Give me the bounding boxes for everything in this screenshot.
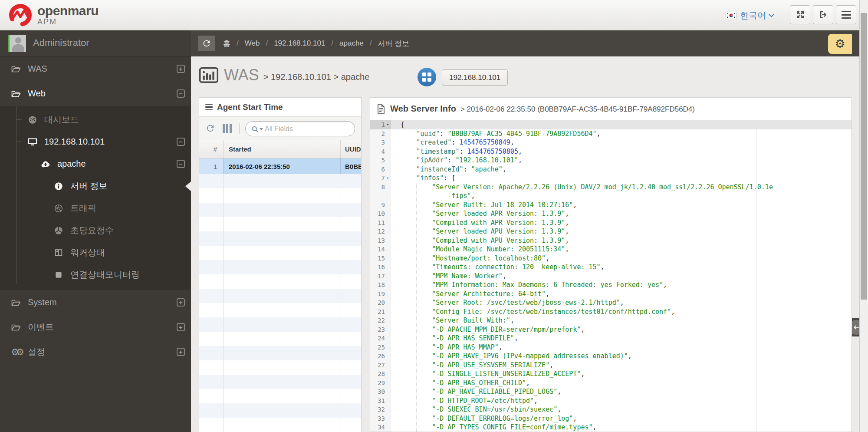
gutter-cell: 14: [370, 245, 391, 254]
expand-icon[interactable]: +: [177, 298, 185, 307]
avatar: [8, 35, 26, 52]
main-content: WAS > 192.168.10.101 > apache 192.168.10…: [191, 56, 859, 432]
fold-caret-slot: [385, 245, 391, 254]
grid-refresh-button[interactable]: [205, 123, 215, 133]
sidebar-item--[interactable]: 워커상태: [0, 241, 191, 264]
code-text: "Server loaded APU Version: 1.3.9",: [391, 227, 852, 236]
breadcrumb-home[interactable]: 홈: [223, 39, 230, 49]
code-line: 30 "-D AP_HAVE_RELIABLE_PIPED_LOGS",: [370, 387, 852, 396]
json-code-editor[interactable]: 1▾{2 "uuid": "B0BB79AF-AC35-4B45-91BF-79…: [370, 120, 852, 432]
columns-button[interactable]: [223, 124, 232, 133]
sidebar-item--[interactable]: 이벤트+: [0, 315, 191, 340]
scrollbar-thumb[interactable]: [861, 13, 867, 300]
gutter-cell: 27: [370, 361, 391, 370]
sidebar: WAS+Web−대시보드192.168.10.101−apache−서버 정보트…: [0, 56, 191, 432]
server-grid-button[interactable]: [418, 68, 436, 86]
user-bar[interactable]: Administrator: [0, 30, 191, 56]
gutter-cell: 25: [370, 343, 391, 352]
fold-caret-slot: [385, 165, 391, 174]
grid-icon: [422, 73, 431, 82]
sidebar-item--[interactable]: 연결상태모니터링: [0, 264, 191, 286]
line-number: 19: [370, 290, 385, 299]
code-line: 6 "instanceId": "apache",: [370, 165, 852, 174]
fullscreen-button[interactable]: [790, 5, 810, 24]
settings-tab-button[interactable]: ⚙: [828, 34, 852, 54]
document-icon: [376, 104, 386, 114]
sidebar-item-WAS[interactable]: WAS+: [0, 56, 191, 81]
gutter-cell: 10: [370, 209, 391, 218]
breadcrumb-server[interactable]: 192.168.10.101: [274, 39, 325, 48]
row-started-cell: 2016-02-06 22:35:50: [224, 158, 341, 174]
column-header-index[interactable]: #: [199, 140, 224, 158]
table-row-selected[interactable]: 1 2016-02-06 22:35:50 B0BB79AF-AC35-4B45…: [199, 158, 361, 174]
fold-caret-slot: [385, 316, 391, 325]
line-number: 8: [370, 183, 385, 192]
code-line: 13 "Compiled with APU Version: 1.3.9",: [370, 236, 852, 245]
fold-caret-slot: [385, 138, 391, 147]
sidebar-item-Web[interactable]: Web−: [0, 81, 191, 106]
breadcrumb-bar: 홈 / Web / 192.168.10.101 / apache / 서버 정…: [191, 30, 868, 56]
fold-caret-slot: [385, 325, 391, 334]
expand-icon[interactable]: +: [177, 323, 185, 331]
square-icon: [53, 270, 64, 279]
refresh-button[interactable]: [198, 36, 215, 51]
sidebar-item-192.168.10.101[interactable]: 192.168.10.101−: [0, 131, 191, 153]
breadcrumb-instance[interactable]: apache: [339, 39, 364, 48]
line-number: 9: [370, 201, 385, 210]
sidebar-item--[interactable]: 대시보드: [0, 109, 191, 131]
gutter-cell: 2: [370, 129, 391, 139]
code-text: "-D SINGLE_LISTEN_UNSERIALIZED_ACCEPT",: [391, 369, 852, 379]
code-text: "-D APR_USE_SYSVSEM_SERIALIZE",: [391, 361, 852, 370]
breadcrumb-web[interactable]: Web: [245, 39, 260, 48]
page-scrollbar[interactable]: [859, 0, 868, 432]
sidebar-item--[interactable]: 초당요청수: [0, 219, 191, 241]
sidebar-item-label: 192.168.10.101: [44, 137, 105, 147]
code-line: 17 "MPM Name: Worker",: [370, 272, 852, 281]
collapse-icon[interactable]: −: [177, 160, 185, 168]
code-line: 7▾ "infos": [: [370, 174, 852, 183]
gutter-cell: 29: [370, 379, 391, 388]
sidebar-item--[interactable]: ⚙⚙설정+: [0, 340, 191, 364]
openmaru-logo-icon: [9, 3, 32, 27]
line-number: 13: [370, 236, 385, 245]
fold-caret-slot: [385, 369, 391, 379]
globe-icon: [53, 204, 64, 213]
line-number: 21: [370, 307, 385, 317]
panel-menu-icon[interactable]: [205, 104, 213, 111]
expand-icon[interactable]: +: [177, 65, 185, 73]
language-selector[interactable]: 한국어: [726, 10, 773, 21]
line-number: 1: [370, 120, 385, 129]
code-text: "-D APACHE_MPM_DIR=server/mpm/prefork",: [391, 325, 852, 334]
server-chip[interactable]: 192.168.10.101: [442, 69, 508, 86]
breadcrumb: 홈 / Web / 192.168.10.101 / apache / 서버 정…: [223, 30, 409, 56]
code-line: 4 "timestamp": 1454765750805,: [370, 147, 852, 156]
code-text: "-D APR_HAS_MMAP",: [391, 343, 852, 352]
sidebar-item--[interactable]: 트래픽: [0, 197, 191, 219]
gutter-cell: 8: [370, 183, 391, 192]
collapse-icon[interactable]: −: [177, 138, 185, 146]
collapse-icon[interactable]: −: [177, 89, 185, 98]
sidebar-item-System[interactable]: System+: [0, 290, 191, 315]
logout-button[interactable]: [813, 5, 833, 24]
search-caret-icon[interactable]: [260, 128, 263, 130]
breadcrumb-current[interactable]: 서버 정보: [378, 39, 410, 49]
gutter-cell: 9: [370, 201, 391, 210]
code-line: 21 "Config File: /svc/test/web/instances…: [370, 307, 852, 317]
line-number: 4: [370, 147, 385, 156]
fold-caret-icon[interactable]: ▾: [385, 120, 391, 129]
fold-caret-icon[interactable]: ▾: [385, 174, 391, 183]
column-header-uuid[interactable]: UUID: [341, 140, 361, 158]
sidebar-item-label: 이벤트: [28, 321, 54, 333]
code-text: -fips",: [391, 191, 852, 201]
sidebar-item--[interactable]: 서버 정보: [0, 175, 191, 197]
gutter-cell: 7▾: [370, 174, 391, 183]
sidebar-item-apache[interactable]: apache−: [0, 153, 191, 175]
search-input[interactable]: [265, 122, 339, 135]
code-text: "Module Magic Number: 20051115:34",: [391, 245, 852, 254]
code-line: 31 "-D HTTPD_ROOT=/etc/httpd",: [370, 396, 852, 406]
menu-button[interactable]: [836, 5, 856, 24]
column-header-started[interactable]: Started: [224, 140, 341, 158]
expand-icon[interactable]: +: [177, 348, 185, 356]
gutter-cell: 12: [370, 227, 391, 236]
brand-name: openmaru: [37, 3, 99, 18]
